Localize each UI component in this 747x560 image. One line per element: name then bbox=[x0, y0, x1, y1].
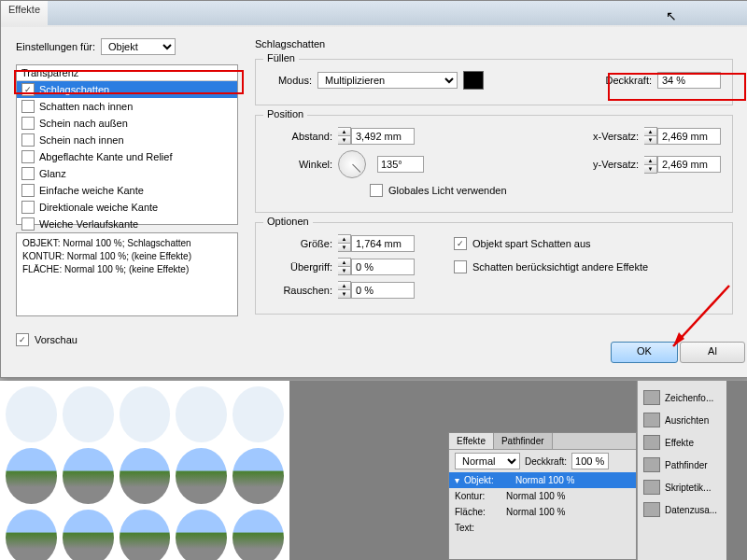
workspace: Effekte Pathfinder Normal Deckkraft: ▾ O… bbox=[0, 381, 747, 560]
noise-input[interactable]: ▲▼ bbox=[338, 281, 415, 299]
tab-effekte[interactable]: Effekte bbox=[449, 433, 494, 449]
document-canvas[interactable] bbox=[0, 381, 289, 560]
titlebar-bg bbox=[48, 1, 747, 25]
effect-label: Direktionale weiche Kante bbox=[39, 202, 158, 213]
effect-label: Schlagschatten bbox=[39, 84, 109, 95]
position-group: Position Abstand: ▲▼ x-Versatz: ▲▼ Winke… bbox=[255, 115, 733, 213]
effect-item[interactable]: Weiche Verlaufskante bbox=[17, 216, 237, 232]
side-panel-item[interactable]: Datenzusa... bbox=[638, 498, 726, 521]
ok-button[interactable]: OK bbox=[611, 342, 678, 363]
side-panel-item[interactable]: Effekte bbox=[638, 431, 726, 454]
effects-panel-row[interactable]: Fläche:Normal 100 % bbox=[449, 504, 636, 520]
knockout-checkbox[interactable] bbox=[454, 237, 467, 250]
global-light-checkbox[interactable] bbox=[370, 184, 383, 197]
panel-icon bbox=[643, 435, 660, 450]
side-panel-item[interactable]: Pathfinder bbox=[638, 454, 726, 476]
tab-pathfinder[interactable]: Pathfinder bbox=[494, 433, 553, 449]
cursor-icon: ↖ bbox=[666, 8, 677, 23]
section-title: Schlagschatten bbox=[255, 38, 733, 49]
effect-summary: OBJEKT: Normal 100 %; Schlagschatten KON… bbox=[16, 232, 238, 316]
effect-item[interactable]: Schein nach außen bbox=[17, 115, 237, 132]
cancel-button[interactable]: Al bbox=[680, 342, 745, 363]
effect-item[interactable]: Glanz bbox=[17, 165, 237, 182]
effect-list-header[interactable]: Transparenz bbox=[17, 65, 237, 81]
side-panel-item[interactable]: Ausrichten bbox=[638, 409, 726, 431]
effect-label: Schein nach außen bbox=[39, 118, 128, 129]
down-icon: ▼ bbox=[338, 136, 350, 144]
settings-for-label: Einstellungen für: bbox=[16, 41, 95, 52]
effect-checkbox[interactable] bbox=[21, 133, 35, 147]
panel-opacity-input[interactable] bbox=[571, 453, 609, 469]
position-legend: Position bbox=[263, 108, 307, 119]
effect-label: Weiche Verlaufskante bbox=[39, 218, 138, 230]
preview-checkbox[interactable] bbox=[16, 333, 29, 346]
effect-list: Transparenz SchlagschattenSchatten nach … bbox=[16, 64, 238, 225]
panel-opacity-label: Deckkraft: bbox=[525, 456, 567, 467]
size-input[interactable]: ▲▼ bbox=[338, 234, 415, 252]
mode-select[interactable]: Multiplizieren bbox=[317, 72, 458, 89]
effect-checkbox[interactable] bbox=[21, 184, 35, 197]
options-group: Optionen Größe: ▲▼ Objekt spart Schatten… bbox=[255, 222, 733, 315]
spread-label: Übergriff: bbox=[267, 261, 332, 273]
xoffset-input[interactable]: ▲▼ bbox=[644, 127, 721, 145]
noise-label: Rauschen: bbox=[267, 285, 332, 296]
effect-checkbox[interactable] bbox=[21, 100, 35, 113]
effect-checkbox[interactable] bbox=[21, 201, 35, 214]
effect-checkbox[interactable] bbox=[21, 150, 35, 163]
panel-icon bbox=[643, 480, 660, 495]
opacity-label: Deckkraft: bbox=[605, 75, 652, 86]
panel-icon bbox=[643, 502, 660, 517]
preview-label: Vorschau bbox=[35, 334, 78, 345]
distance-input[interactable]: ▲▼ bbox=[338, 127, 415, 145]
global-light-label: Globales Licht verwenden bbox=[388, 185, 507, 196]
effects-panel-row[interactable]: Kontur:Normal 100 % bbox=[449, 488, 636, 504]
side-panel-item[interactable]: Skriptetik... bbox=[638, 476, 726, 498]
effect-checkbox[interactable] bbox=[21, 83, 35, 96]
triangle-icon: ▾ bbox=[455, 475, 459, 485]
effect-item[interactable]: Schatten nach innen bbox=[17, 98, 237, 115]
effect-label: Abgeflachte Kante und Relief bbox=[39, 151, 173, 162]
opacity-input[interactable] bbox=[657, 72, 721, 89]
effects-dialog: Effekte ↖ Einstellungen für: Objekt Tran… bbox=[0, 0, 747, 378]
angle-input[interactable] bbox=[377, 156, 424, 173]
effects-panel-row[interactable]: Text: bbox=[449, 520, 636, 536]
side-panel-item[interactable]: Zeichenfo... bbox=[638, 386, 726, 409]
effect-checkbox[interactable] bbox=[21, 167, 35, 180]
mode-label: Modus: bbox=[267, 75, 312, 86]
shadow-color-swatch[interactable] bbox=[463, 71, 484, 90]
fill-legend: Füllen bbox=[263, 52, 299, 63]
blend-mode-select[interactable]: Normal bbox=[455, 453, 520, 469]
effect-item[interactable]: Einfache weiche Kante bbox=[17, 182, 237, 199]
effects-panel-row[interactable]: ▾ Objekt:Normal 100 % bbox=[449, 472, 636, 488]
spread-input[interactable]: ▲▼ bbox=[338, 258, 415, 275]
effect-item[interactable]: Abgeflachte Kante und Relief bbox=[17, 148, 237, 165]
panel-icon bbox=[643, 457, 660, 472]
panel-icon bbox=[643, 413, 660, 427]
yoffset-label: y-Versatz: bbox=[593, 159, 639, 170]
settings-for-select[interactable]: Objekt bbox=[101, 38, 176, 55]
distance-label: Abstand: bbox=[267, 131, 332, 142]
effect-item[interactable]: Schlagschatten bbox=[17, 81, 237, 98]
effect-checkbox[interactable] bbox=[21, 217, 35, 231]
effect-label: Schatten nach innen bbox=[39, 101, 133, 112]
effect-label: Schein nach innen bbox=[39, 134, 124, 146]
up-icon: ▲ bbox=[338, 128, 350, 136]
size-label: Größe: bbox=[267, 238, 332, 249]
honors-label: Schatten berücksichtigt andere Effekte bbox=[472, 261, 648, 273]
effect-checkbox[interactable] bbox=[21, 117, 35, 130]
panel-icon bbox=[643, 390, 660, 405]
effect-item[interactable]: Direktionale weiche Kante bbox=[17, 199, 237, 216]
effect-label: Glanz bbox=[39, 168, 66, 179]
honors-checkbox[interactable] bbox=[454, 260, 467, 273]
options-legend: Optionen bbox=[263, 216, 313, 227]
angle-wheel[interactable] bbox=[338, 150, 366, 178]
knockout-label: Objekt spart Schatten aus bbox=[472, 238, 591, 249]
fill-group: Füllen Modus: Multiplizieren Deckkraft: bbox=[255, 59, 733, 105]
side-panel: Zeichenfo...AusrichtenEffektePathfinderS… bbox=[637, 381, 726, 560]
angle-label: Winkel: bbox=[267, 159, 332, 170]
xoffset-label: x-Versatz: bbox=[593, 131, 639, 142]
effects-panel: Effekte Pathfinder Normal Deckkraft: ▾ O… bbox=[448, 432, 637, 560]
effect-item[interactable]: Schein nach innen bbox=[17, 132, 237, 148]
effect-label: Einfache weiche Kante bbox=[39, 185, 144, 196]
yoffset-input[interactable]: ▲▼ bbox=[644, 156, 721, 174]
